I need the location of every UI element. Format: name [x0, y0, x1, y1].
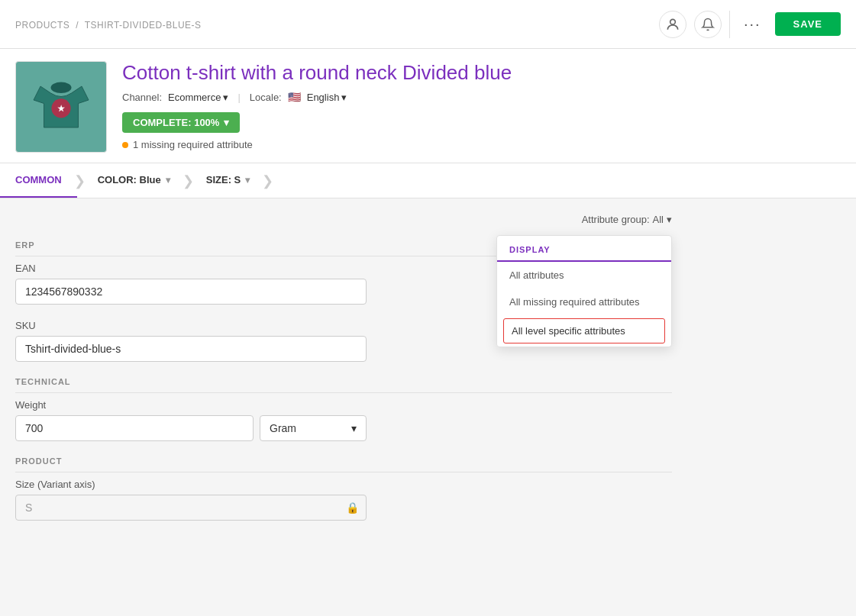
complete-chevron: ▾ — [224, 117, 229, 128]
svg-point-1 — [51, 82, 72, 93]
more-options-button[interactable]: ··· — [738, 12, 767, 36]
weight-row: Gram ▾ — [15, 415, 367, 441]
dropdown-header: DISPLAY — [497, 236, 671, 262]
svg-text:★: ★ — [57, 104, 66, 113]
divider — [729, 11, 730, 38]
attr-group-selector[interactable]: All ▾ — [653, 214, 672, 225]
sku-input[interactable] — [15, 336, 367, 362]
weight-input[interactable] — [15, 415, 254, 441]
locale-flag: 🇺🇸 — [288, 91, 301, 103]
complete-label: COMPLETE: 100% — [133, 117, 219, 128]
section-product: PRODUCT — [15, 456, 672, 472]
channel-chevron: ▾ — [223, 92, 228, 103]
tab-common[interactable]: COMMON — [0, 163, 77, 198]
product-image: ★ — [15, 61, 107, 153]
dropdown-item-missing-attrs[interactable]: All missing required attributes — [497, 289, 671, 315]
breadcrumb-parent[interactable]: PRODUCTS — [15, 20, 69, 31]
breadcrumb: PRODUCTS / TSHIRT-DIVIDED-BLUE-S — [15, 18, 202, 31]
weight-field-group: Weight Gram ▾ — [15, 399, 672, 441]
locale-selector[interactable]: English ▾ — [307, 92, 347, 103]
tab-size-s[interactable]: SIZE: S ▾ — [191, 163, 266, 198]
tab-color-chevron: ▾ — [166, 175, 170, 185]
locale-chevron: ▾ — [341, 92, 347, 103]
tab-size-chevron: ▾ — [245, 175, 250, 185]
display-dropdown: DISPLAY All attributes All missing requi… — [496, 235, 672, 347]
dropdown-item-all-attrs[interactable]: All attributes — [497, 262, 671, 289]
complete-badge[interactable]: COMPLETE: 100% ▾ — [122, 112, 240, 133]
dropdown-item-level-specific[interactable]: All level specific attributes — [503, 318, 665, 343]
user-icon-button[interactable] — [659, 11, 686, 38]
breadcrumb-current: TSHIRT-DIVIDED-BLUE-S — [85, 20, 202, 31]
locale-label: Locale: — [250, 92, 282, 103]
main-content: Attribute group: All ▾ ERP EAN SKU TECHN… — [0, 198, 687, 551]
tabs-bar: COMMON ❯ COLOR: Blue ▾ ❯ SIZE: S ▾ ❯ — [0, 163, 856, 198]
attr-group-chevron: ▾ — [667, 214, 672, 225]
size-field-group: Size (Variant axis) 🔒 — [15, 479, 672, 521]
tab-separator-3: ❯ — [262, 173, 273, 189]
missing-attr-warning: 1 missing required attribute — [122, 139, 841, 150]
bell-icon-button[interactable] — [694, 11, 722, 38]
svg-point-0 — [670, 19, 676, 24]
weight-unit-selector[interactable]: Gram ▾ — [260, 415, 367, 441]
warning-dot — [122, 142, 128, 148]
ean-input[interactable] — [15, 279, 367, 305]
product-title: Cotton t-shirt with a round neck Divided… — [122, 61, 841, 85]
attribute-group-bar: Attribute group: All ▾ — [15, 214, 672, 225]
missing-attr-text: 1 missing required attribute — [133, 139, 253, 150]
weight-unit-chevron: ▾ — [351, 422, 357, 434]
channel-selector[interactable]: Ecommerce ▾ — [168, 92, 228, 103]
attr-group-label: Attribute group: — [582, 214, 650, 225]
weight-unit-value: Gram — [270, 422, 296, 434]
size-label: Size (Variant axis) — [15, 479, 672, 490]
tab-color-blue[interactable]: COLOR: Blue ▾ — [82, 163, 186, 198]
lock-icon: 🔒 — [346, 502, 359, 514]
weight-label: Weight — [15, 399, 672, 411]
breadcrumb-separator: / — [76, 20, 79, 31]
size-input — [15, 495, 367, 521]
section-technical: TECHNICAL — [15, 377, 672, 393]
channel-label: Channel: — [122, 92, 162, 103]
product-meta: Channel: Ecommerce ▾ | Locale: 🇺🇸 Englis… — [122, 91, 841, 103]
save-button[interactable]: SAVE — [775, 12, 841, 36]
